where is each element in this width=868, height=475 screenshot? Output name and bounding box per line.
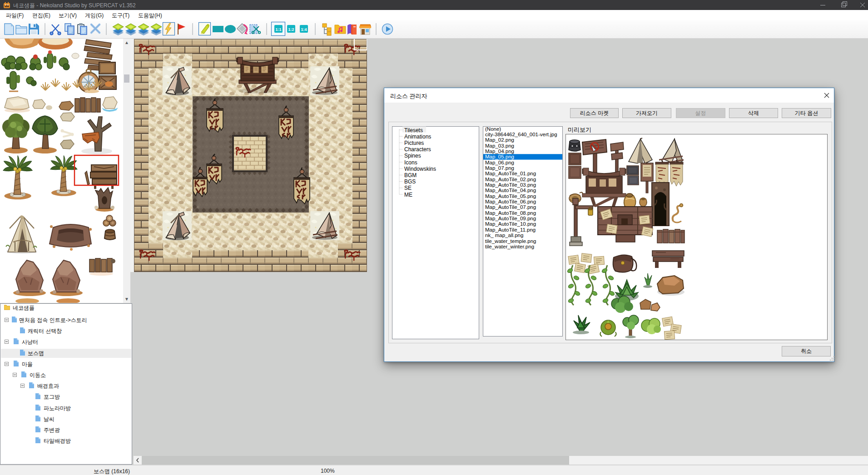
- svg-text:(None): (None): [485, 126, 501, 132]
- svg-text:tile_water_temple.png: tile_water_temple.png: [485, 238, 536, 244]
- svg-text:Map_02.png: Map_02.png: [485, 137, 514, 143]
- svg-text:Map_03.png: Map_03.png: [485, 143, 514, 148]
- svg-text:ME: ME: [404, 192, 412, 198]
- svg-text:Characters: Characters: [404, 146, 431, 153]
- svg-text:BGS: BGS: [404, 178, 416, 185]
- svg-text:Map_AutoTile_09.png: Map_AutoTile_09.png: [485, 216, 536, 221]
- svg-text:city-3864462_640_001-vert.jpg: city-3864462_640_001-vert.jpg: [485, 132, 557, 137]
- svg-text:Icons: Icons: [404, 159, 417, 166]
- svg-text:Map_AutoTile_06.png: Map_AutoTile_06.png: [485, 199, 536, 204]
- svg-text:Map_AutoTile_07.png: Map_AutoTile_07.png: [485, 204, 536, 210]
- svg-text:Map_AutoTile_04.png: Map_AutoTile_04.png: [485, 188, 536, 193]
- svg-text:Spines: Spines: [404, 153, 421, 159]
- svg-text:Map_AutoTile_05.png: Map_AutoTile_05.png: [485, 193, 536, 199]
- svg-text:Map_04.png: Map_04.png: [485, 148, 514, 154]
- svg-text:Map_AutoTile_02.png: Map_AutoTile_02.png: [485, 177, 536, 182]
- svg-text:1:4: 1:4: [301, 27, 307, 32]
- svg-text:Map_AutoTile_11.png: Map_AutoTile_11.png: [485, 227, 536, 233]
- svg-text:Pictures: Pictures: [404, 140, 424, 146]
- svg-text:tile_water_winter.png: tile_water_winter.png: [485, 244, 534, 249]
- svg-text:Map_AutoTile_01.png: Map_AutoTile_01.png: [485, 171, 536, 176]
- svg-text:Windowskins: Windowskins: [404, 166, 436, 172]
- svg-text:Map_AutoTile_03.png: Map_AutoTile_03.png: [485, 182, 536, 188]
- svg-text:Map_AutoTile_10.png: Map_AutoTile_10.png: [485, 221, 536, 227]
- svg-text:nk_ map_all.png: nk_ map_all.png: [485, 233, 523, 238]
- svg-text:Tilesets: Tilesets: [404, 127, 423, 134]
- svg-text:1:2: 1:2: [288, 27, 294, 32]
- svg-text:Map_07.png: Map_07.png: [485, 165, 514, 171]
- svg-text:Map_AutoTile_08.png: Map_AutoTile_08.png: [485, 210, 536, 216]
- svg-text:Map_06.png: Map_06.png: [485, 160, 514, 165]
- svg-text:1:1: 1:1: [275, 27, 281, 32]
- svg-text:SE: SE: [404, 185, 412, 191]
- svg-text:Animations: Animations: [404, 134, 431, 140]
- svg-text:BGM: BGM: [404, 172, 417, 178]
- svg-text:Map_05.png: Map_05.png: [485, 154, 514, 159]
